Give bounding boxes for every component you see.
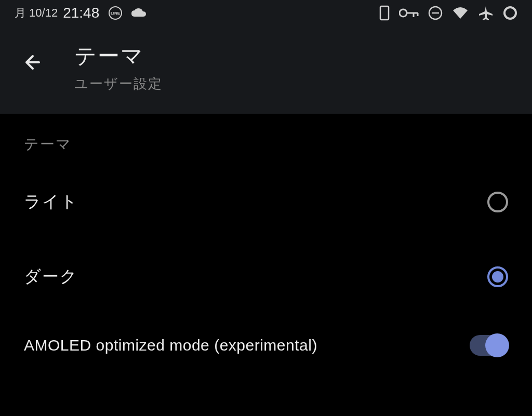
toggle-amoled[interactable] <box>470 335 508 356</box>
svg-point-3 <box>400 9 407 17</box>
option-label-amoled: AMOLED optimized mode (experimental) <box>24 337 317 354</box>
vpn-key-icon <box>399 8 419 18</box>
section-label-theme: テーマ <box>0 114 532 165</box>
airplane-mode-icon <box>478 5 494 21</box>
line-app-icon: LINE <box>109 6 122 20</box>
theme-option-dark[interactable]: ダーク <box>0 239 532 314</box>
status-bar-right <box>379 5 517 21</box>
page-subtitle: ユーザー設定 <box>74 75 163 93</box>
option-label-light: ライト <box>24 191 78 213</box>
wifi-icon <box>452 6 469 20</box>
page-title: テーマ <box>74 42 163 71</box>
back-button[interactable] <box>21 50 46 75</box>
status-date: 月 10/12 <box>15 5 58 21</box>
amoled-option[interactable]: AMOLED optimized mode (experimental) <box>0 314 532 382</box>
status-bar: 月 10/12 21:48 LINE <box>0 0 532 26</box>
radio-light[interactable] <box>487 192 508 212</box>
loading-circle-icon <box>503 6 517 20</box>
theme-option-light[interactable]: ライト <box>0 165 532 239</box>
app-header: テーマ ユーザー設定 <box>0 26 532 114</box>
svg-text:LINE: LINE <box>111 11 121 16</box>
cloud-icon <box>130 7 147 19</box>
option-label-dark: ダーク <box>24 265 78 288</box>
do-not-disturb-icon <box>428 6 443 20</box>
content-area: テーマ ライト ダーク AMOLED optimized mode (exper… <box>0 114 532 382</box>
header-titles: テーマ ユーザー設定 <box>74 42 163 93</box>
svg-rect-2 <box>380 6 389 20</box>
phone-icon <box>379 5 390 21</box>
status-bar-left: 月 10/12 21:48 LINE <box>15 5 147 21</box>
radio-dark[interactable] <box>487 266 508 287</box>
status-time: 21:48 <box>63 5 99 21</box>
svg-point-9 <box>504 7 516 19</box>
